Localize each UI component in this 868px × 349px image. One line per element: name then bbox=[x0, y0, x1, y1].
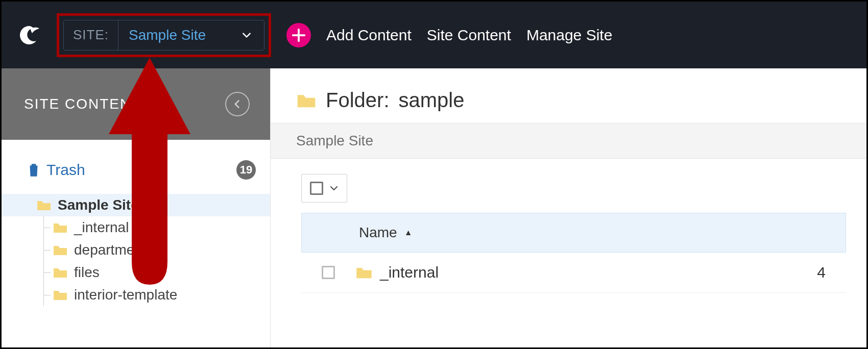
toolbar bbox=[271, 159, 866, 213]
plus-icon bbox=[291, 28, 306, 43]
page-title: Folder: sample bbox=[271, 68, 866, 123]
folder-icon bbox=[296, 92, 317, 109]
sidebar-trash-label: Trash bbox=[46, 161, 85, 179]
folder-icon bbox=[53, 244, 68, 256]
sidebar-collapse-button[interactable] bbox=[225, 92, 250, 116]
tree-item[interactable]: departmer bbox=[2, 239, 270, 261]
trash-count-badge: 19 bbox=[236, 160, 256, 180]
site-picker-value: Sample Site bbox=[118, 27, 264, 43]
sidebar-title: SITE CONTENT bbox=[24, 96, 141, 112]
row-name-cell: _internal bbox=[355, 264, 439, 281]
folder-icon bbox=[355, 265, 373, 280]
tree-item-label: files bbox=[74, 264, 100, 281]
table-header: Name ▲ bbox=[301, 213, 846, 253]
chevron-left-icon bbox=[232, 99, 243, 109]
tree-item[interactable]: _internal bbox=[2, 216, 270, 239]
table-body: _internal 4 bbox=[301, 253, 846, 293]
body: SITE CONTENT Trash 19 Sam bbox=[2, 68, 866, 347]
sidebar-body: Trash 19 Sample Site _internal departmer bbox=[2, 140, 270, 347]
tree-item-label: departmer bbox=[74, 242, 139, 258]
site-picker[interactable]: SITE: Sample Site bbox=[63, 20, 264, 51]
table-row[interactable]: _internal 4 bbox=[301, 253, 846, 293]
site-picker-value-text: Sample Site bbox=[129, 27, 206, 43]
tree-root-label: Sample Site bbox=[58, 197, 139, 213]
chevron-down-icon bbox=[242, 30, 252, 40]
main-panel: Folder: sample Sample Site Name ▲ bbox=[271, 68, 866, 347]
tree-item[interactable]: files bbox=[2, 261, 270, 284]
add-content-button-icon[interactable] bbox=[286, 23, 311, 47]
chevron-down-icon bbox=[329, 184, 339, 193]
row-count: 4 bbox=[817, 264, 826, 281]
breadcrumb-item: Sample Site bbox=[296, 133, 373, 148]
tree-root[interactable]: Sample Site bbox=[2, 194, 270, 216]
tree-item-label: _internal bbox=[74, 219, 129, 236]
tree-item[interactable]: interior-template bbox=[2, 284, 270, 306]
row-name-label: _internal bbox=[380, 264, 439, 281]
site-picker-highlight: SITE: Sample Site bbox=[57, 13, 271, 57]
folder-icon bbox=[53, 266, 68, 279]
select-all-dropdown[interactable] bbox=[301, 174, 347, 203]
row-checkbox[interactable] bbox=[322, 266, 335, 279]
checkbox-icon bbox=[310, 182, 323, 195]
folder-icon bbox=[53, 221, 68, 234]
folder-icon bbox=[36, 199, 52, 211]
folder-icon bbox=[53, 289, 68, 301]
site-picker-label: SITE: bbox=[64, 20, 118, 50]
nav-add-content[interactable]: Add Content bbox=[326, 27, 412, 44]
page-title-name: sample bbox=[399, 89, 465, 112]
sidebar: SITE CONTENT Trash 19 Sam bbox=[2, 68, 271, 347]
sort-asc-icon: ▲ bbox=[404, 228, 413, 237]
sidebar-header: SITE CONTENT bbox=[2, 68, 270, 140]
page-title-prefix: Folder: bbox=[326, 89, 390, 112]
trash-icon bbox=[27, 162, 40, 178]
top-bar: SITE: Sample Site Add Content Site Conte… bbox=[2, 2, 866, 68]
nav-site-content[interactable]: Site Content bbox=[427, 27, 511, 44]
tree-item-label: interior-template bbox=[74, 287, 177, 303]
column-header-name-label: Name bbox=[359, 225, 397, 241]
column-header-name[interactable]: Name ▲ bbox=[322, 225, 413, 241]
breadcrumb[interactable]: Sample Site bbox=[271, 123, 866, 159]
sidebar-tree: Sample Site _internal departmer files in… bbox=[2, 194, 270, 306]
sidebar-trash[interactable]: Trash 19 bbox=[2, 155, 270, 185]
nav-manage-site[interactable]: Manage Site bbox=[526, 27, 612, 44]
app-logo bbox=[17, 23, 41, 47]
